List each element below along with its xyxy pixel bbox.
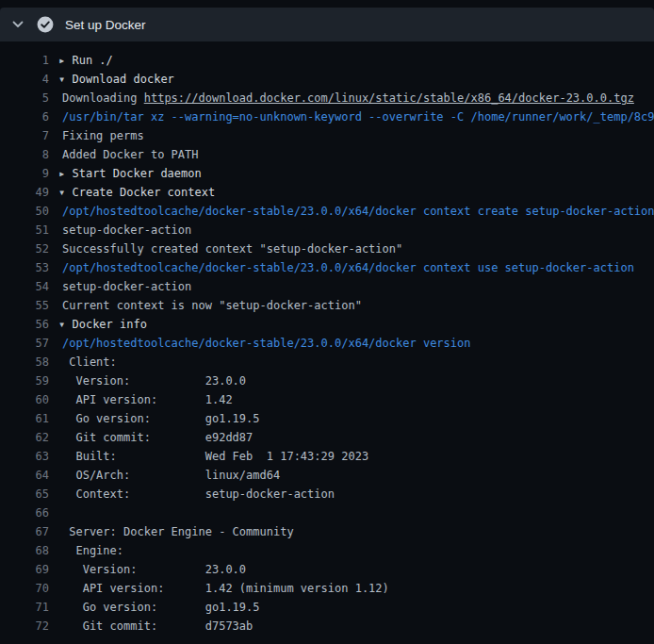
log-group-line: 56▾ Docker info [0,315,654,334]
log-line-number[interactable]: 56 [0,315,49,334]
log-line-content: Git commit: d7573ab [58,617,253,636]
log-line: 5Downloading https://download.docker.com… [0,89,654,107]
log-line-content: Server: Docker Engine - Community [58,522,294,541]
log-line: 53/opt/hostedtoolcache/docker-stable/23.… [0,258,654,277]
log-link[interactable]: https://download.docker.com/linux/static… [144,91,634,105]
log-line-number[interactable]: 72 [0,617,49,636]
log-line-number[interactable]: 71 [0,598,49,617]
log-line-content: Go version: go1.19.5 [58,409,260,428]
log-line: 69 Version: 23.0.0 [0,560,654,579]
log-line-content: Context: setup-docker-action [58,485,335,504]
log-line-content: Git commit: e92dd87 [58,428,253,447]
log-group-line: 4▾ Download docker [0,70,654,89]
log-line-content: Built: Wed Feb 1 17:43:29 2023 [58,447,368,466]
log-line-content: Version: 23.0.0 [58,560,246,579]
log-line-number[interactable]: 65 [0,485,49,504]
log-line: 52Successfully created context "setup-do… [0,239,654,258]
log-line-number[interactable]: 63 [0,447,49,466]
log-line: 55Current context is now "setup-docker-a… [0,296,654,315]
log-line-number[interactable]: 62 [0,428,49,447]
log-line-content: Version: 23.0.0 [58,372,246,390]
log-line-content: /opt/hostedtoolcache/docker-stable/23.0.… [58,334,470,353]
check-circle-icon [37,16,54,33]
log-line-number[interactable]: 55 [0,296,49,315]
log-line: 51setup-docker-action [0,221,654,239]
log-line-content: Fixing perms [58,126,144,145]
log-line-content[interactable]: ▾ Create Docker context [58,183,215,202]
log-line-number[interactable]: 57 [0,334,49,353]
log-line-content [58,504,62,522]
log-line-content: Successfully created context "setup-dock… [58,239,402,258]
log-line-number[interactable]: 66 [0,504,49,522]
log-line: 62 Git commit: e92dd87 [0,428,654,447]
log-line-content[interactable]: ▾ Docker info [58,315,147,334]
log-line: 54setup-docker-action [0,277,654,296]
log-line-content: /usr/bin/tar xz --warning=no-unknown-key… [58,107,654,126]
chevron-down-icon[interactable] [12,21,24,28]
log-line-number[interactable]: 68 [0,541,49,560]
log-line-content: Added Docker to PATH [58,145,199,164]
log-line-content: OS/Arch: linux/amd64 [58,466,280,485]
triangle-expanded-icon: ▾ [58,186,65,199]
log-line: 68 Engine: [0,541,654,560]
log-group-line: 49▾ Create Docker context [0,183,654,202]
log-line-number[interactable]: 51 [0,221,49,239]
log-line-content: Downloading https://download.docker.com/… [58,89,634,107]
triangle-expanded-icon: ▾ [58,73,65,86]
triangle-expanded-icon: ▾ [58,318,65,331]
actions-log-viewer: Set up Docker 1▸ Run ./4▾ Download docke… [0,0,654,644]
log-line: 61 Go version: go1.19.5 [0,409,654,428]
log-line-number[interactable]: 52 [0,239,49,258]
log-line-content: Engine: [58,541,123,560]
log-line-number[interactable]: 4 [0,70,49,89]
log-line-number[interactable]: 70 [0,579,49,598]
log-line-number[interactable]: 69 [0,560,49,579]
log-line: 8Added Docker to PATH [0,145,654,164]
step-title: Set up Docker [65,18,146,32]
log-line: 70 API version: 1.42 (minimum version 1.… [0,579,654,598]
log-line-number[interactable]: 49 [0,183,49,202]
log-line-number[interactable]: 61 [0,409,49,428]
log-line-number[interactable]: 1 [0,51,49,70]
log-line-content: setup-docker-action [58,277,191,296]
log-line-number[interactable]: 50 [0,202,49,221]
log-line-number[interactable]: 59 [0,372,49,390]
log-line: 57/opt/hostedtoolcache/docker-stable/23.… [0,334,654,353]
log-line-number[interactable]: 7 [0,126,49,145]
log-line-content[interactable]: ▸ Run ./ [58,51,113,70]
log-group-line: 9▸ Start Docker daemon [0,164,654,183]
log-line-number[interactable]: 5 [0,89,49,107]
log-lines: 1▸ Run ./4▾ Download docker5Downloading … [0,41,654,644]
log-line: 65 Context: setup-docker-action [0,485,654,504]
triangle-collapsed-icon: ▸ [58,167,65,180]
log-line-number[interactable]: 6 [0,107,49,126]
log-line-content: API version: 1.42 [58,390,233,409]
log-line-content: /opt/hostedtoolcache/docker-stable/23.0.… [58,258,634,277]
log-line-number[interactable]: 64 [0,466,49,485]
triangle-collapsed-icon: ▸ [58,54,65,67]
log-line: 58 Client: [0,353,654,372]
log-line-number[interactable]: 9 [0,164,49,183]
log-line-content: /opt/hostedtoolcache/docker-stable/23.0.… [58,202,654,221]
log-line: 60 API version: 1.42 [0,390,654,409]
log-line-number[interactable]: 54 [0,277,49,296]
log-line: 7Fixing perms [0,126,654,145]
log-line-number[interactable]: 53 [0,258,49,277]
step-header[interactable]: Set up Docker [0,8,654,41]
log-line-content[interactable]: ▸ Start Docker daemon [58,164,202,183]
log-line-number[interactable]: 8 [0,145,49,164]
log-line-number[interactable]: 60 [0,390,49,409]
log-line-number[interactable]: 58 [0,353,49,372]
log-line-content: Go version: go1.19.5 [58,598,260,617]
log-line: 67 Server: Docker Engine - Community [0,522,654,541]
log-line-content: API version: 1.42 (minimum version 1.12) [58,579,389,598]
log-line: 6/usr/bin/tar xz --warning=no-unknown-ke… [0,107,654,126]
log-line: 71 Go version: go1.19.5 [0,598,654,617]
log-group-line: 1▸ Run ./ [0,51,654,70]
log-line: 66 [0,504,654,522]
log-line: 50/opt/hostedtoolcache/docker-stable/23.… [0,202,654,221]
log-line-number[interactable]: 67 [0,522,49,541]
log-line: 59 Version: 23.0.0 [0,372,654,390]
log-line-content[interactable]: ▾ Download docker [58,70,174,89]
log-line: 64 OS/Arch: linux/amd64 [0,466,654,485]
